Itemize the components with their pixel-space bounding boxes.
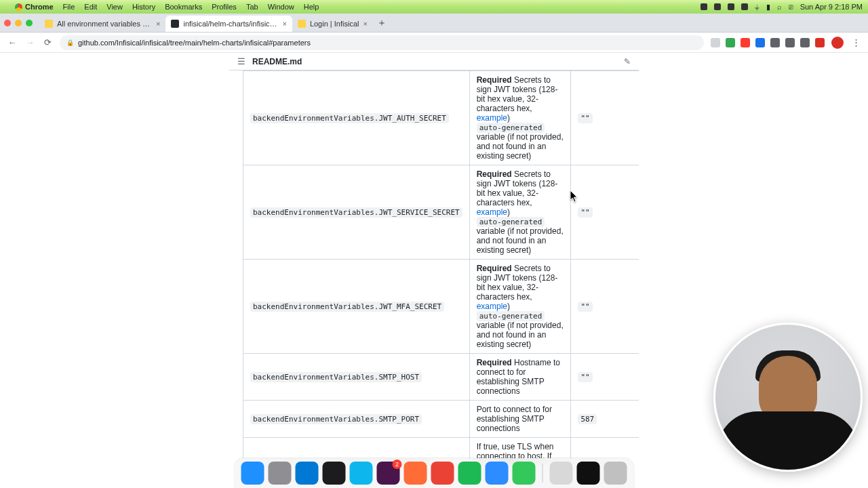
description-link[interactable]: example xyxy=(477,302,507,311)
window-minimize-button[interactable] xyxy=(15,20,22,26)
param-value: "" xyxy=(578,207,592,218)
param-value: "" xyxy=(578,113,592,123)
dock-app-preview[interactable] xyxy=(550,462,573,485)
address-bar[interactable]: 🔒 github.com/Infisical/infisical/tree/ma… xyxy=(60,35,704,50)
menu-file[interactable]: File xyxy=(63,3,75,11)
extension-icon[interactable] xyxy=(785,38,795,47)
menu-window[interactable]: Window xyxy=(268,3,294,11)
status-icon[interactable] xyxy=(728,3,734,10)
readme-header-bar: ☰ README.md ✎ xyxy=(229,53,639,70)
dock-app-slack[interactable]: 2 xyxy=(377,462,400,485)
menu-profiles[interactable]: Profiles xyxy=(212,3,237,11)
chrome-toolbar: ← → ⟳ 🔒 github.com/Infisical/infisical/t… xyxy=(0,33,868,53)
close-tab-button[interactable]: × xyxy=(156,20,160,28)
readme-body[interactable]: backendEnvironmentVariables.JWT_AUTH_SEC… xyxy=(229,70,639,464)
reload-button[interactable]: ⟳ xyxy=(42,37,53,47)
extension-icon[interactable] xyxy=(711,38,720,47)
menu-tab[interactable]: Tab xyxy=(246,3,258,11)
status-icon[interactable] xyxy=(701,3,707,10)
param-name: backendEnvironmentVariables.SMTP_HOST xyxy=(250,372,422,382)
tab-favicon xyxy=(45,20,53,28)
extension-icon[interactable] xyxy=(755,38,765,47)
dock-app-launchpad[interactable] xyxy=(269,462,292,485)
dock-app-iterm[interactable] xyxy=(577,462,600,485)
app-name[interactable]: Chrome xyxy=(15,3,54,11)
param-value: 587 xyxy=(578,414,597,424)
extension-icon[interactable] xyxy=(726,38,735,47)
table-row: backendEnvironmentVariables.SMTP_PORTPor… xyxy=(243,401,639,438)
outline-toggle-icon[interactable]: ☰ xyxy=(237,56,245,66)
auto-generated-badge: auto-generated xyxy=(477,311,545,321)
browser-tab[interactable]: Login | Infisical× xyxy=(292,16,373,32)
dock-app-zoom[interactable] xyxy=(486,462,509,485)
browser-tab[interactable]: infisical/helm-charts/infisical …× xyxy=(165,16,292,32)
dock-app-chrome[interactable] xyxy=(431,462,454,485)
window-maximize-button[interactable] xyxy=(26,20,33,26)
browser-tab[interactable]: All environment variables - Infi…× xyxy=(39,16,165,32)
dock-app-vscode[interactable] xyxy=(296,462,319,485)
battery-icon[interactable]: ▮ xyxy=(766,3,770,12)
table-row: backendEnvironmentVariables.SMTP_HOSTReq… xyxy=(243,354,639,401)
clock[interactable]: Sun Apr 9 2:18 PM xyxy=(800,3,863,11)
table-row: backendEnvironmentVariables.JWT_SERVICE_… xyxy=(243,165,639,260)
tab-favicon xyxy=(298,20,306,28)
edit-file-button[interactable]: ✎ xyxy=(624,57,631,66)
tab-title: infisical/helm-charts/infisical … xyxy=(183,20,278,28)
dock-app-finder[interactable] xyxy=(241,462,264,485)
search-icon[interactable]: ⌕ xyxy=(777,3,782,11)
param-name: backendEnvironmentVariables.JWT_AUTH_SEC… xyxy=(250,113,449,123)
status-icon[interactable] xyxy=(714,3,721,10)
menu-view[interactable]: View xyxy=(106,3,123,11)
description-link[interactable]: example xyxy=(477,113,507,123)
required-label: Required xyxy=(477,358,512,367)
profile-avatar[interactable] xyxy=(831,37,844,49)
status-icon[interactable] xyxy=(741,3,748,10)
lock-icon: 🔒 xyxy=(66,39,74,46)
back-button[interactable]: ← xyxy=(7,37,18,47)
required-label: Required xyxy=(477,75,512,85)
macos-dock: 2 xyxy=(235,458,634,488)
required-label: Required xyxy=(477,169,512,179)
macos-menubar: Chrome File Edit View History Bookmarks … xyxy=(0,0,868,14)
chrome-menu-icon xyxy=(15,3,22,11)
dock-app-terminal[interactable] xyxy=(323,462,346,485)
menu-help[interactable]: Help xyxy=(304,3,319,11)
env-vars-table: backendEnvironmentVariables.JWT_AUTH_SEC… xyxy=(243,70,639,464)
tab-title: Login | Infisical xyxy=(310,20,359,28)
extensions-area xyxy=(711,38,825,47)
extension-icon[interactable] xyxy=(800,38,810,47)
menu-bookmarks[interactable]: Bookmarks xyxy=(165,3,202,11)
param-name: backendEnvironmentVariables.SMTP_PORT xyxy=(250,414,422,424)
readme-filename: README.md xyxy=(252,57,302,66)
extension-icon[interactable] xyxy=(741,38,750,47)
chrome-menu-button[interactable]: ⋮ xyxy=(850,37,861,47)
dock-app-spotify[interactable] xyxy=(458,462,481,485)
menu-history[interactable]: History xyxy=(132,3,155,11)
param-name: backendEnvironmentVariables.JWT_SERVICE_… xyxy=(250,207,462,218)
presenter-webcam-overlay xyxy=(713,323,863,472)
wifi-icon[interactable]: ⏚ xyxy=(755,3,760,11)
dock-app-docker[interactable] xyxy=(350,462,373,485)
table-row: backendEnvironmentVariables.JWT_AUTH_SEC… xyxy=(243,71,639,165)
new-tab-button[interactable]: ＋ xyxy=(373,17,391,29)
menu-edit[interactable]: Edit xyxy=(84,3,97,11)
param-value: "" xyxy=(578,372,592,382)
badge: 2 xyxy=(393,460,402,469)
chrome-tab-strip: All environment variables - Infi…×infisi… xyxy=(0,14,868,33)
extension-icon[interactable] xyxy=(815,38,825,47)
forward-button[interactable]: → xyxy=(24,37,35,47)
dock-app-trash[interactable] xyxy=(604,462,627,485)
description-link[interactable]: example xyxy=(477,207,507,217)
control-center-icon[interactable]: ⎚ xyxy=(789,3,793,11)
table-row: backendEnvironmentVariables.JWT_MFA_SECR… xyxy=(243,260,639,354)
tab-favicon xyxy=(171,20,179,28)
param-value: "" xyxy=(578,302,592,312)
close-tab-button[interactable]: × xyxy=(282,20,286,28)
extension-icon[interactable] xyxy=(770,38,780,47)
dock-app-postman[interactable] xyxy=(404,462,427,485)
close-tab-button[interactable]: × xyxy=(363,20,367,28)
window-close-button[interactable] xyxy=(4,20,11,26)
dock-app-notes[interactable] xyxy=(513,462,536,485)
url-text: github.com/Infisical/infisical/tree/main… xyxy=(78,39,311,47)
window-controls xyxy=(4,20,33,26)
